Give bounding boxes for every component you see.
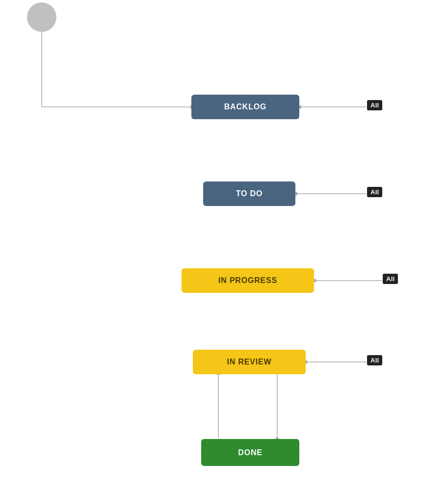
inprogress-node[interactable]: IN PROGRESS <box>182 268 314 293</box>
badge-inprogress[interactable]: All <box>383 274 398 284</box>
backlog-label: BACKLOG <box>224 103 266 111</box>
badge-backlog[interactable]: All <box>367 100 382 110</box>
start-node <box>27 2 56 32</box>
diagram-svg <box>0 0 448 490</box>
badge-inreview[interactable]: All <box>367 355 382 365</box>
backlog-node[interactable]: BACKLOG <box>191 95 299 119</box>
badge-todo[interactable]: All <box>367 187 382 197</box>
todo-label: TO DO <box>236 189 263 198</box>
done-label: DONE <box>238 448 262 457</box>
todo-node[interactable]: TO DO <box>203 181 295 206</box>
diagram-container: BACKLOG TO DO IN PROGRESS IN REVIEW DONE… <box>0 0 448 490</box>
done-node[interactable]: DONE <box>201 439 299 466</box>
inreview-label: IN REVIEW <box>227 358 272 366</box>
inreview-node[interactable]: IN REVIEW <box>193 350 306 374</box>
inprogress-label: IN PROGRESS <box>218 276 277 285</box>
